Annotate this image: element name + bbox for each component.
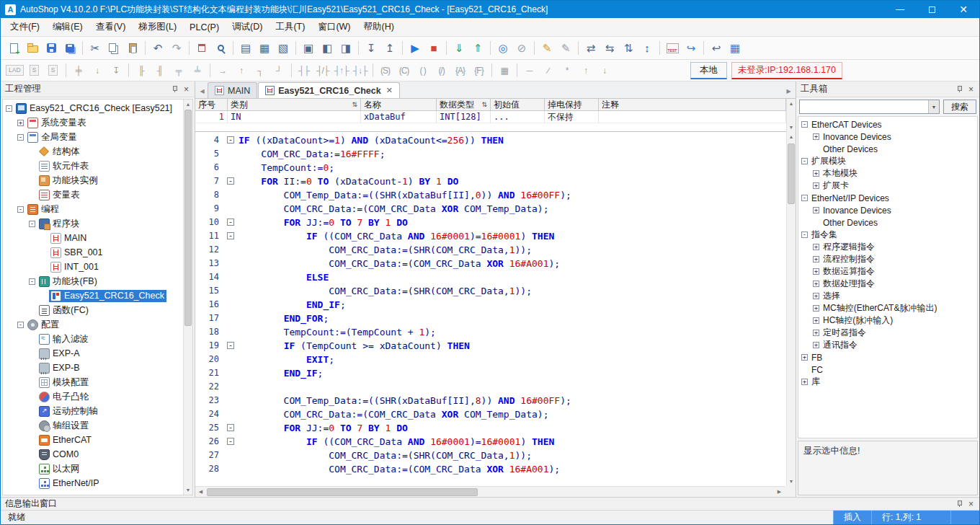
fold-collapse-icon[interactable]: -	[227, 232, 234, 239]
code-line-9[interactable]: 9 COM_CRC_Data:=(COM_CRC_Data XOR COM_Te…	[195, 202, 785, 216]
toolbox-item-ethernetip-devices[interactable]: -EtherNet/IP Devices	[798, 192, 977, 204]
code-line-8[interactable]: 8 COM_Temp_Data:=((SHR(xDataBuf[II],0)) …	[195, 188, 785, 202]
find-button[interactable]	[212, 40, 229, 57]
project-item-int-001[interactable]: INT_001	[3, 260, 192, 274]
project-item-easy521-crc16-check-fb[interactable]: Easy521_CRC16_Check	[3, 288, 192, 303]
project-item-axis-group-settings[interactable]: 轴组设置	[3, 418, 192, 433]
align-vertical-button[interactable]: ↕	[638, 40, 656, 57]
menu-item-7[interactable]: 窗口(W)	[311, 18, 357, 36]
menu-item-2[interactable]: 查看(V)	[89, 18, 133, 36]
table-cell[interactable]: 不保持	[545, 111, 599, 123]
code-line-16[interactable]: 16 END_IF;	[195, 298, 785, 312]
branch-point-button[interactable]: *	[558, 62, 576, 79]
draw-line-button[interactable]: ─	[521, 62, 538, 79]
rung-down-button[interactable]: ╧	[189, 62, 206, 79]
stop-button[interactable]: ■	[425, 40, 442, 57]
toolbox-item-other-devices-ecat[interactable]: Other Devices	[798, 143, 977, 155]
toolbox-item-inovance-devices-eip[interactable]: +Inovance Devices	[798, 204, 977, 216]
menu-item-1[interactable]: 编辑(E)	[46, 18, 89, 36]
project-item-ethernet-ip[interactable]: EtherNet/IP	[3, 476, 192, 490]
branch-close-button[interactable]: ╢	[151, 62, 169, 79]
code-line-28[interactable]: 28 COM_CRC_Data:=(COM_CRC_Data XOR 16#A0…	[195, 462, 785, 476]
output-window-bar[interactable]: 信息输出窗口 ×	[1, 497, 979, 510]
login-jump-button[interactable]: ↪	[682, 40, 700, 57]
collapse-icon[interactable]: -	[29, 221, 35, 227]
project-item-fb-instance[interactable]: 功能块实例	[3, 173, 192, 188]
save-button[interactable]	[43, 40, 60, 57]
contact-no-button[interactable]: ┤├	[295, 62, 313, 79]
toolbox-item-program-logic-instructions[interactable]: +程序逻辑指令	[798, 241, 977, 253]
toolbox-item-fb-group[interactable]: +FB	[798, 351, 977, 363]
delete-line-button[interactable]: ∕	[540, 62, 557, 79]
project-item-ethernet[interactable]: 以太网	[3, 462, 192, 476]
column-header-掉电保持[interactable]: 掉电保持	[545, 99, 599, 111]
write-enable-button[interactable]: ✎	[538, 40, 556, 57]
toolbox-item-ethercat-devices[interactable]: -EtherCAT Devices	[798, 118, 977, 131]
project-item-function-blocks-fb[interactable]: -功能块(FB)	[3, 274, 192, 288]
toolbox-item-mc-axis-control[interactable]: +MC轴控(EtherCAT&脉冲输出)	[798, 302, 977, 314]
contact-rising-button[interactable]: ┤↑├	[333, 62, 350, 79]
open-project-button[interactable]	[24, 40, 41, 57]
collapse-icon[interactable]: -	[17, 322, 24, 328]
collapse-icon[interactable]: -	[801, 121, 808, 128]
redo-button[interactable]: ↷	[168, 40, 185, 57]
scroll-down-icon[interactable]: ▼	[787, 123, 796, 132]
code-line-21[interactable]: 21 END_IF;	[195, 366, 785, 380]
scroll-up-icon[interactable]: ▲	[787, 99, 796, 108]
fold-collapse-icon[interactable]: -	[227, 424, 234, 431]
fold-collapse-icon[interactable]: -	[227, 219, 234, 226]
move-up-button[interactable]: ↑	[577, 62, 594, 79]
close-panel-icon[interactable]: ×	[967, 84, 975, 94]
project-item-functions-fc[interactable]: 函数(FC)	[3, 303, 192, 317]
menu-item-6[interactable]: 工具(T)	[269, 18, 311, 36]
toolbox-item-flow-control-instructions[interactable]: +流程控制指令	[798, 253, 977, 265]
code-line-20[interactable]: 20 EXIT;	[195, 353, 785, 366]
code-line-13[interactable]: 13 COM_CRC_Data:=(COM_CRC_Data XOR 16#A0…	[195, 257, 785, 270]
corner-down-button[interactable]: ┘	[270, 62, 288, 79]
menu-item-8[interactable]: 帮助(H)	[357, 18, 401, 36]
code-line-18[interactable]: 18 TempCount:=(TempCount + 1);	[195, 325, 785, 339]
corner-up-button[interactable]: ┐	[251, 62, 269, 79]
code-line-23[interactable]: 23 COM_Temp_Data:=((SHR(xDataBuf[II],8))…	[195, 394, 785, 407]
table-cell[interactable]: INT[128]	[437, 111, 491, 123]
table-cell[interactable]: ...	[491, 111, 545, 123]
pin-icon[interactable]	[956, 85, 963, 93]
code-line-6[interactable]: 6 TempCount:=0;	[195, 161, 785, 175]
collapse-icon[interactable]: -	[6, 105, 12, 112]
sort-updown-button[interactable]: ⇅	[620, 40, 637, 57]
pin-icon[interactable]	[171, 85, 179, 93]
code-line-12[interactable]: 12 COM_CRC_Data:=(SHR(COM_CRC_Data,1));	[195, 243, 785, 257]
code-line-24[interactable]: 24 COM_CRC_Data:=(COM_CRC_Data XOR COM_T…	[195, 407, 785, 421]
window-tile-h-button[interactable]: ◧	[318, 40, 336, 57]
st-code-editor[interactable]: 4-IF ((xDataCount>=1) AND (xDataCount<=2…	[195, 132, 796, 497]
insert-row-button[interactable]: ↓	[89, 62, 106, 79]
insert-cell-button[interactable]: ╪	[70, 62, 87, 79]
project-item-variable-table[interactable]: 变量表	[3, 188, 192, 202]
monitor-table-button[interactable]: ▦	[726, 40, 744, 57]
toolbox-item-timer-instructions[interactable]: +定时器指令	[798, 327, 977, 339]
project-item-configuration[interactable]: -配置	[3, 317, 192, 332]
collapse-icon[interactable]: -	[801, 231, 808, 238]
project-item-motion-control-axis[interactable]: 运动控制轴	[3, 404, 192, 418]
fold-collapse-icon[interactable]: -	[227, 438, 234, 445]
project-item-input-filter[interactable]: 输入滤波	[3, 332, 192, 346]
column-header-初始值[interactable]: 初始值	[491, 99, 545, 111]
menu-item-3[interactable]: 梯形图(L)	[132, 18, 183, 36]
table-cell[interactable]	[599, 111, 786, 123]
local-mode-button[interactable]: 本地	[690, 62, 727, 79]
cut-button[interactable]: ✂	[86, 40, 104, 57]
upload-plc-button[interactable]: ⇑	[469, 40, 486, 57]
offline-simulation-button[interactable]: ⊘	[513, 40, 530, 57]
column-header-数据类型[interactable]: 数据类型⇅	[437, 99, 491, 111]
code-line-5[interactable]: 5 COM_CRC_Data:=16#FFFF;	[195, 147, 785, 161]
scroll-left-icon[interactable]: ◀	[195, 487, 206, 498]
project-item-struct[interactable]: 结构体	[3, 144, 192, 159]
expand-icon[interactable]: +	[813, 207, 819, 213]
save-all-button[interactable]	[61, 40, 79, 57]
sfc-step-button[interactable]: S	[26, 62, 43, 79]
sfc-transition-button[interactable]: S	[45, 62, 62, 79]
coil-not-button[interactable]: (/)	[433, 62, 450, 79]
column-header-序号[interactable]: 序号	[195, 99, 228, 111]
toolbox-item-data-operation-instructions[interactable]: +数据运算指令	[798, 265, 977, 278]
project-item-main-program[interactable]: MAIN	[3, 231, 192, 245]
